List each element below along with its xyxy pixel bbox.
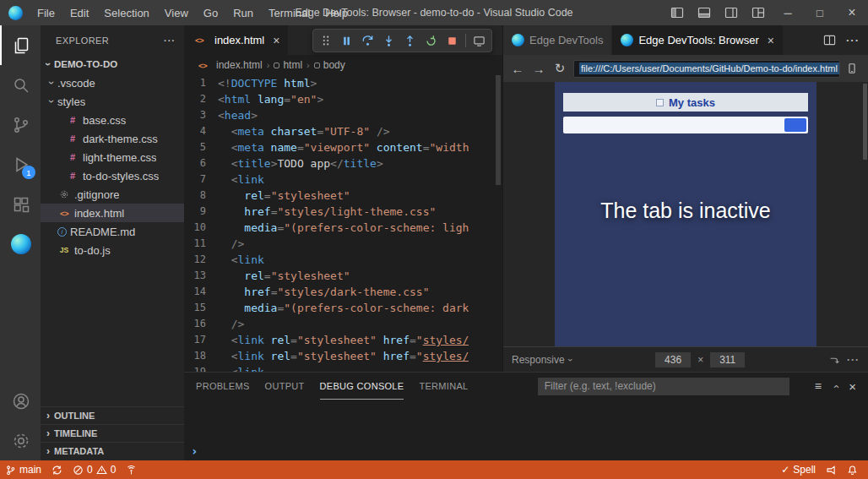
explorer-icon[interactable]	[0, 25, 41, 65]
device-emulation-icon[interactable]	[846, 63, 861, 74]
html-file-icon: <>	[196, 61, 209, 70]
back-icon[interactable]: ←	[510, 62, 525, 76]
restart-icon[interactable]	[421, 31, 441, 51]
panel-tab-debug-console[interactable]: DEBUG CONSOLE	[320, 373, 404, 400]
menu-go[interactable]: Go	[196, 0, 225, 25]
tree-item-to-do-styles.css[interactable]: #to-do-styles.css	[41, 166, 184, 185]
section-outline[interactable]: ›OUTLINE	[41, 406, 184, 424]
code-text: />	[218, 316, 244, 332]
step-over-icon[interactable]	[358, 31, 377, 51]
console-prompt[interactable]: ›	[191, 444, 198, 458]
panel-tab-problems[interactable]: PROBLEMS	[196, 373, 250, 400]
tree-item-dark-theme.css[interactable]: #dark-theme.css	[41, 129, 184, 148]
editor-scrollbar[interactable]	[494, 75, 502, 372]
gripper-icon[interactable]	[316, 31, 335, 51]
forward-icon[interactable]: →	[531, 62, 546, 76]
console-filter-input[interactable]	[538, 378, 789, 395]
tree-item-.gitignore[interactable]: .gitignore	[41, 185, 184, 204]
search-icon[interactable]	[0, 65, 41, 105]
menu-help[interactable]: Help	[317, 0, 355, 25]
symbol-icon	[314, 63, 320, 68]
panel-tab-output[interactable]: OUTPUT	[265, 373, 305, 400]
viewport-width-field[interactable]: 436	[655, 352, 691, 367]
close-tab-icon[interactable]: ×	[768, 34, 774, 47]
tree-item-light-theme.css[interactable]: #light-theme.css	[41, 148, 184, 166]
menu-selection[interactable]: Selection	[96, 0, 156, 25]
maximize-button[interactable]: □	[804, 0, 836, 25]
close-panel-icon[interactable]: ×	[849, 379, 856, 394]
more-options-icon[interactable]: ···	[847, 354, 860, 366]
menu-view[interactable]: View	[157, 0, 196, 25]
menu-edit[interactable]: Edit	[62, 0, 96, 25]
tree-item-index.html[interactable]: <>index.html	[41, 204, 184, 222]
close-window-button[interactable]: ×	[836, 0, 868, 25]
filter-lines-icon[interactable]: ≡	[815, 379, 822, 393]
account-icon[interactable]	[0, 381, 41, 421]
line-number: 2	[184, 91, 218, 107]
rotate-viewport-icon[interactable]	[828, 354, 840, 366]
menu-file[interactable]: File	[30, 0, 62, 25]
browser-viewport[interactable]: My tasks The tab is inactive	[503, 82, 868, 346]
scrollbar-thumb[interactable]	[496, 75, 501, 185]
menu-run[interactable]: Run	[225, 0, 261, 25]
chevron-right-icon: ›	[42, 427, 54, 439]
problems-indicator[interactable]: 0 0	[68, 460, 121, 479]
toggle-primary-sidebar-icon[interactable]	[664, 0, 691, 25]
debug-console-output[interactable]: ›	[184, 400, 868, 460]
line-number: 3	[184, 107, 218, 123]
customize-layout-icon[interactable]	[745, 0, 772, 25]
split-editor-icon[interactable]	[823, 34, 836, 46]
page-title: My tasks	[669, 96, 715, 109]
tree-root-folder[interactable]: › DEMO-TO-DO	[41, 55, 184, 73]
source-control-icon[interactable]	[0, 105, 41, 144]
notifications-bell-icon[interactable]	[842, 460, 863, 479]
breadcrumb-body[interactable]: body	[314, 59, 345, 71]
tab-edge-devtools[interactable]: Edge DevTools	[503, 25, 612, 55]
run-debug-icon[interactable]: 1	[0, 144, 41, 184]
scrollbar-thumb[interactable]	[863, 84, 867, 160]
more-actions-icon[interactable]: ···	[846, 34, 860, 46]
stop-icon[interactable]	[442, 31, 462, 51]
url-bar[interactable]: file:///C:/Users/user/Documents/GitHub/D…	[573, 60, 840, 78]
tree-item-.vscode[interactable]: ›.vscode	[41, 73, 184, 92]
panel-tab-terminal[interactable]: TERMINAL	[419, 373, 468, 400]
toggle-panel-icon[interactable]	[691, 0, 718, 25]
tree-item-base.css[interactable]: #base.css	[41, 111, 184, 129]
broadcast-icon[interactable]	[121, 460, 142, 479]
branch-indicator[interactable]: main	[0, 460, 46, 479]
section-metadata[interactable]: ›METADATA	[41, 442, 184, 460]
tab-edge-devtools-browser[interactable]: Edge DevTools: Browser ×	[612, 25, 784, 55]
breadcrumb-html[interactable]: html	[274, 59, 302, 71]
device-selector[interactable]: Responsive ›	[512, 354, 572, 366]
step-out-icon[interactable]	[400, 31, 420, 51]
tree-item-README.md[interactable]: iREADME.md	[41, 222, 184, 241]
section-timeline[interactable]: ›TIMELINE	[41, 424, 184, 442]
menu-terminal[interactable]: Terminal	[261, 0, 317, 25]
screencast-icon[interactable]	[469, 31, 489, 51]
close-tab-icon[interactable]: ×	[273, 34, 279, 47]
spell-checker-indicator[interactable]: ✓ Spell	[776, 460, 821, 479]
toggle-secondary-sidebar-icon[interactable]	[718, 0, 745, 25]
explorer-actions-icon[interactable]: ···	[164, 35, 176, 46]
line-number: 8	[184, 188, 218, 204]
viewport-height-field[interactable]: 311	[710, 352, 745, 367]
code-line: 12 <link	[184, 252, 502, 268]
tree-item-styles[interactable]: ›styles	[41, 92, 184, 111]
chevron-up-icon[interactable]: ›	[829, 384, 842, 388]
settings-gear-icon[interactable]	[0, 421, 41, 460]
step-into-icon[interactable]	[379, 31, 399, 51]
editor-and-panels: <> index.html ×	[184, 25, 868, 460]
breadcrumb-file[interactable]: <> index.html	[196, 59, 263, 71]
tab-index-html[interactable]: <> index.html ×	[184, 25, 288, 55]
tree-item-to-do.js[interactable]: JSto-do.js	[41, 241, 184, 259]
minimize-button[interactable]: ─	[772, 0, 804, 25]
pause-icon[interactable]	[337, 31, 356, 51]
sync-icon[interactable]	[46, 460, 68, 479]
refresh-icon[interactable]: ↻	[552, 61, 567, 76]
viewport-scrollbar[interactable]	[861, 82, 868, 346]
extensions-icon[interactable]	[0, 184, 41, 224]
edge-devtools-icon[interactable]	[0, 224, 41, 264]
code-text: href="styles/dark-theme.css"	[218, 284, 429, 300]
code-editor[interactable]: 1<!DOCTYPE html>2<html lang="en">3<head>…	[184, 75, 502, 372]
feedback-icon[interactable]	[821, 460, 842, 479]
